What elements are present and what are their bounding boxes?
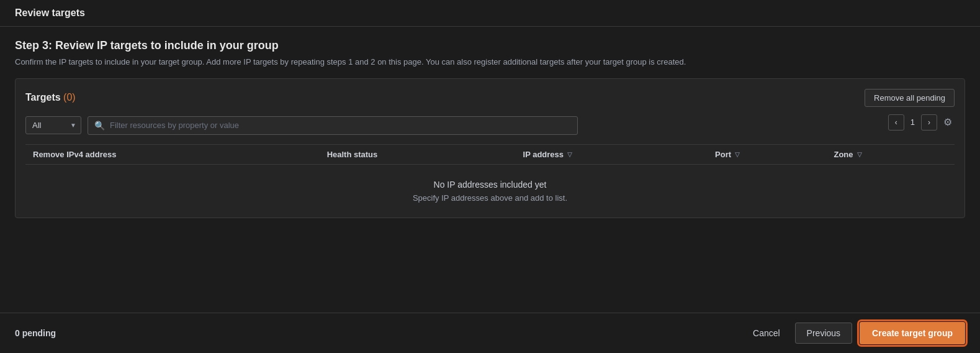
targets-table: Remove IPv4 address Health status IP add… <box>25 144 955 208</box>
filter-and-pagination: All ▼ 🔍 ‹ 1 › ⚙ <box>25 114 955 137</box>
table-header-row: Remove IPv4 address Health status IP add… <box>25 144 955 164</box>
pagination-row: ‹ 1 › ⚙ <box>888 114 955 131</box>
remove-all-button[interactable]: Remove all pending <box>865 89 955 107</box>
targets-panel: Targets (0) Remove all pending All ▼ <box>15 78 965 218</box>
previous-button[interactable]: Previous <box>795 323 852 344</box>
footer-bar: 0 pending Cancel Previous Create target … <box>0 313 980 353</box>
col-header-zone: Zone ▽ <box>826 144 955 164</box>
empty-state-row: No IP addresses included yet Specify IP … <box>25 164 955 208</box>
page-number: 1 <box>908 117 917 127</box>
empty-message-main: No IP addresses included yet <box>33 180 947 190</box>
settings-icon-button[interactable]: ⚙ <box>941 115 955 129</box>
pagination-prev-button[interactable]: ‹ <box>888 114 904 131</box>
ip-address-sort-icon: ▽ <box>567 151 572 158</box>
targets-toolbar: Targets (0) Remove all pending <box>25 89 955 107</box>
page-wrapper: Review targets Step 3: Review IP targets… <box>0 0 980 353</box>
port-sort-icon: ▽ <box>735 151 740 158</box>
targets-title: Targets (0) <box>25 92 76 103</box>
create-target-group-button[interactable]: Create target group <box>860 322 965 344</box>
col-header-ip-address: IP address ▽ <box>516 144 708 164</box>
page-title: Review targets <box>15 7 965 19</box>
footer-actions: Cancel Previous Create target group <box>745 322 965 344</box>
empty-message-sub: Specify IP addresses above and add to li… <box>33 193 947 203</box>
left-filters: All ▼ 🔍 <box>25 116 888 135</box>
pagination-next-button[interactable]: › <box>921 114 937 131</box>
search-icon: 🔍 <box>94 121 105 131</box>
col-header-health-status: Health status <box>320 144 516 164</box>
search-wrapper: 🔍 <box>88 116 578 135</box>
step-heading: Step 3: Review IP targets to include in … <box>15 39 965 52</box>
filter-select[interactable]: All <box>25 116 81 134</box>
zone-sort-icon: ▽ <box>857 151 862 158</box>
empty-state-cell: No IP addresses included yet Specify IP … <box>25 164 955 208</box>
cancel-button[interactable]: Cancel <box>745 324 788 342</box>
step-description: Confirm the IP targets to include in you… <box>15 56 965 68</box>
main-content: Step 3: Review IP targets to include in … <box>0 27 980 313</box>
col-header-port: Port ▽ <box>708 144 826 164</box>
pending-count: 0 pending <box>15 328 56 338</box>
top-bar: Review targets <box>0 0 980 27</box>
filter-select-wrapper: All ▼ <box>25 116 81 134</box>
search-input[interactable] <box>110 121 571 130</box>
targets-count: (0) <box>63 92 76 103</box>
step-header: Step 3: Review IP targets to include in … <box>15 39 965 68</box>
col-header-remove-ipv4: Remove IPv4 address <box>25 144 320 164</box>
